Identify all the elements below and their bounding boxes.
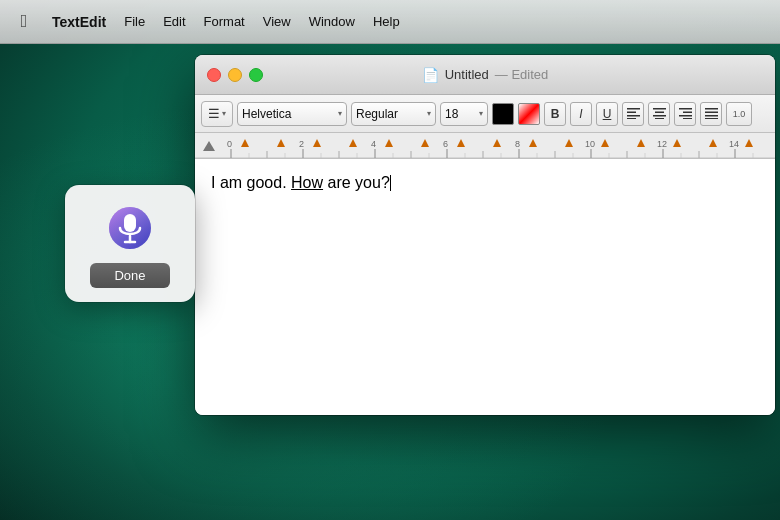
align-center-icon <box>653 107 666 121</box>
chevron-down-icon: ▾ <box>222 109 226 118</box>
microphone-icon <box>105 203 155 253</box>
underline-icon: U <box>603 107 612 121</box>
svg-rect-11 <box>683 118 692 119</box>
window-title: 📄 Untitled — Edited <box>422 67 549 83</box>
svg-rect-12 <box>705 108 718 110</box>
window-toolbar: ☰ ▾ Helvetica ▾ Regular ▾ 18 ▾ <box>195 95 775 133</box>
svg-text:10: 10 <box>585 139 595 149</box>
align-left-icon <box>627 107 640 121</box>
svg-rect-15 <box>705 118 718 119</box>
text-underline: How <box>291 174 323 191</box>
align-justify-button[interactable] <box>700 102 722 126</box>
dictation-popup: Done <box>65 185 195 302</box>
svg-rect-6 <box>653 115 666 117</box>
document-area[interactable]: I am good. How are you? <box>195 159 775 415</box>
align-right-button[interactable] <box>674 102 696 126</box>
window-title-text: Untitled <box>445 67 489 82</box>
desktop:  TextEdit File Edit Format View Window … <box>0 0 780 520</box>
menubar:  TextEdit File Edit Format View Window … <box>0 0 780 44</box>
window-edited-label: — Edited <box>495 67 548 82</box>
window-titlebar: 📄 Untitled — Edited <box>195 55 775 95</box>
underline-button[interactable]: U <box>596 102 618 126</box>
svg-rect-4 <box>653 108 666 110</box>
font-style-select[interactable]: Regular ▾ <box>351 102 436 126</box>
svg-rect-13 <box>705 111 718 113</box>
spacing-button[interactable]: 1.0 <box>726 102 752 126</box>
align-left-button[interactable] <box>622 102 644 126</box>
italic-icon: I <box>579 107 582 121</box>
window-controls <box>207 68 263 82</box>
document-icon: 📄 <box>422 67 439 83</box>
font-name-select[interactable]: Helvetica ▾ <box>237 102 347 126</box>
menu-window[interactable]: Window <box>301 10 363 33</box>
list-icon: ☰ <box>208 106 220 121</box>
svg-rect-10 <box>679 115 692 117</box>
text-after: are you? <box>323 174 390 191</box>
svg-rect-3 <box>627 118 636 119</box>
text-color-swatch[interactable] <box>492 103 514 125</box>
svg-rect-5 <box>655 111 664 113</box>
text-cursor <box>390 175 391 191</box>
font-size-chevron-icon: ▾ <box>479 109 483 118</box>
svg-text:2: 2 <box>299 139 304 149</box>
window-minimize-button[interactable] <box>228 68 242 82</box>
bold-icon: B <box>551 107 560 121</box>
align-center-button[interactable] <box>648 102 670 126</box>
apple-logo-icon:  <box>21 11 28 32</box>
window-close-button[interactable] <box>207 68 221 82</box>
svg-rect-2 <box>627 115 640 117</box>
align-justify-icon <box>705 107 718 121</box>
menu-help[interactable]: Help <box>365 10 408 33</box>
svg-text:6: 6 <box>443 139 448 149</box>
font-size-label: 18 <box>445 107 458 121</box>
svg-text:8: 8 <box>515 139 520 149</box>
svg-rect-8 <box>679 108 692 110</box>
svg-text:14: 14 <box>729 139 739 149</box>
svg-rect-0 <box>627 108 640 110</box>
svg-rect-14 <box>705 115 718 117</box>
svg-rect-74 <box>124 214 136 232</box>
font-style-chevron-icon: ▾ <box>427 109 431 118</box>
menu-view[interactable]: View <box>255 10 299 33</box>
menu-file[interactable]: File <box>116 10 153 33</box>
document-text: I am good. How are you? <box>211 171 759 195</box>
svg-rect-7 <box>655 118 664 119</box>
window-maximize-button[interactable] <box>249 68 263 82</box>
textedit-window: 📄 Untitled — Edited ☰ ▾ Helvetica ▾ Regu… <box>195 55 775 415</box>
font-style-label: Regular <box>356 107 398 121</box>
svg-text:12: 12 <box>657 139 667 149</box>
done-button[interactable]: Done <box>90 263 169 288</box>
font-name-chevron-icon: ▾ <box>338 109 342 118</box>
svg-rect-1 <box>627 111 636 113</box>
text-plain: I am good. <box>211 174 291 191</box>
bold-button[interactable]: B <box>544 102 566 126</box>
app-name[interactable]: TextEdit <box>44 10 114 34</box>
svg-text:0: 0 <box>227 139 232 149</box>
font-name-label: Helvetica <box>242 107 291 121</box>
align-right-icon <box>679 107 692 121</box>
font-size-select[interactable]: 18 ▾ <box>440 102 488 126</box>
spacing-icon: 1.0 <box>733 109 746 119</box>
svg-rect-9 <box>683 111 692 113</box>
svg-text:4: 4 <box>371 139 376 149</box>
menu-edit[interactable]: Edit <box>155 10 193 33</box>
italic-button[interactable]: I <box>570 102 592 126</box>
apple-menu[interactable]:  <box>10 0 38 44</box>
highlight-color-swatch[interactable] <box>518 103 540 125</box>
ruler: 0 2 4 6 8 10 <box>195 133 775 159</box>
menu-format[interactable]: Format <box>196 10 253 33</box>
list-button[interactable]: ☰ ▾ <box>201 101 233 127</box>
